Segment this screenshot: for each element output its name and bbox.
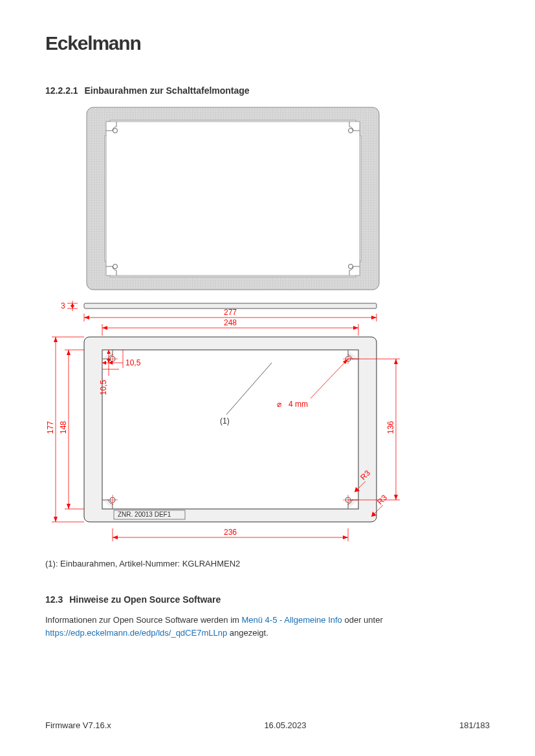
figure-dimensioned: 3 277 248 [45,298,490,559]
link-menu[interactable]: Menü 4-5 - Allgemeine Info [241,615,342,625]
brand-logo: Eckelmann [45,32,490,54]
svg-point-6 [349,129,353,133]
svg-rect-26 [102,350,358,509]
section-heading-1: 12.2.2.1 Einbaurahmen zur Schalttafelmon… [45,85,490,96]
text-mid: oder unter [342,615,383,625]
text-post: angezeigt. [227,628,268,638]
svg-marker-63 [67,350,71,355]
section-title: Einbaurahmen zur Schalttafelmontage [85,85,250,96]
svg-marker-24 [353,326,358,330]
section2-paragraph: Informationen zur Open Source Software w… [45,614,490,639]
svg-marker-58 [54,337,58,342]
footer-center: 16.05.2023 [264,720,306,730]
svg-marker-64 [67,504,71,509]
dim-hole-dia-symbol: ⌀ [277,400,281,409]
dim-hole-offset-y: 10,5 [99,380,108,395]
dim-outer-width: 277 [224,308,237,317]
dim-right-height: 136 [386,421,395,434]
dim-inner-height: 148 [59,421,68,434]
footer-right: 181/183 [459,720,490,730]
section2-number: 12.3 [45,594,63,605]
svg-marker-68 [394,359,398,364]
dim-thickness: 3 [61,301,65,310]
drawing-ref-label: (1) [220,416,230,426]
footer-left: Firmware V7.16.x [45,720,111,730]
dim-hole-dia: 4 mm [289,400,308,409]
dim-hole-offset-x: 10,5 [126,358,141,367]
svg-marker-69 [394,495,398,500]
section2-title: Hinweise zu Open Source Software [69,594,221,605]
svg-marker-14 [71,305,74,308]
figure-caption: (1): Einbaurahmen, Artikel-Nummer: KGLRA… [45,559,490,568]
text-pre: Informationen zur Open Source Software w… [45,615,241,625]
svg-point-7 [113,265,118,269]
dim-inner-width: 248 [224,318,237,327]
svg-marker-59 [54,517,58,522]
link-edp[interactable]: https://edp.eckelmann.de/edp/lds/_qdCE7m… [45,628,227,638]
svg-marker-73 [113,535,118,539]
dim-outer-height: 177 [46,421,55,434]
section-heading-2: 12.3 Hinweise zu Open Source Software [45,594,490,605]
svg-marker-74 [343,535,348,539]
section-number: 12.2.2.1 [45,85,78,96]
svg-point-8 [349,265,353,269]
svg-marker-23 [102,326,107,330]
drawing-part-number: ZNR. 20013 DEF1 [118,511,171,518]
svg-marker-18 [84,316,89,319]
svg-point-5 [113,129,118,133]
figure-rendering [84,105,490,294]
svg-marker-19 [371,316,377,319]
dim-bottom-width: 236 [224,528,237,537]
